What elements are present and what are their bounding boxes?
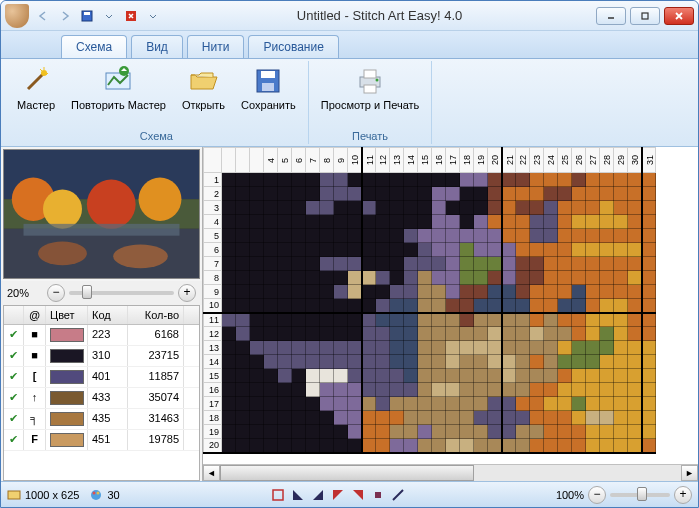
table-row[interactable]: ✔╕43531463 bbox=[4, 409, 199, 430]
scroll-right-button[interactable]: ► bbox=[681, 465, 698, 481]
stitch-tools bbox=[270, 487, 406, 503]
col-symbol[interactable]: @ bbox=[24, 306, 46, 324]
minimize-button[interactable] bbox=[596, 7, 626, 25]
status-zoom-in[interactable]: + bbox=[674, 486, 692, 504]
status-dimensions: 1000 x 625 bbox=[7, 488, 79, 502]
col-color[interactable]: Цвет bbox=[46, 306, 88, 324]
backstitch-tool[interactable] bbox=[390, 487, 406, 503]
table-row[interactable]: ✔↑43335074 bbox=[4, 388, 199, 409]
svg-rect-26 bbox=[8, 491, 20, 499]
window-controls bbox=[596, 7, 694, 25]
qat-more[interactable] bbox=[143, 6, 163, 26]
table-row[interactable]: ✔■2236168 bbox=[4, 325, 199, 346]
save-button[interactable] bbox=[77, 6, 97, 26]
svg-rect-30 bbox=[273, 490, 283, 500]
col-check[interactable] bbox=[4, 306, 24, 324]
status-zoom-out[interactable]: − bbox=[588, 486, 606, 504]
save-button-ribbon[interactable]: Сохранить bbox=[235, 63, 302, 114]
full-stitch-tool[interactable] bbox=[270, 487, 286, 503]
wand-icon bbox=[20, 65, 52, 97]
svg-rect-18 bbox=[4, 229, 199, 278]
group-label-print: Печать bbox=[315, 129, 426, 142]
pattern-grid[interactable]: 4567891011121314151617181920212223242526… bbox=[203, 147, 656, 454]
wizard-label: Мастер bbox=[17, 99, 55, 112]
svg-point-20 bbox=[43, 189, 82, 228]
svg-rect-23 bbox=[24, 224, 180, 236]
maximize-button[interactable] bbox=[630, 7, 660, 25]
open-label: Открыть bbox=[182, 99, 225, 112]
pattern-area: 4567891011121314151617181920212223242526… bbox=[203, 147, 698, 481]
horizontal-scrollbar[interactable]: ◄ ► bbox=[203, 464, 698, 481]
ribbon-tabs: Схема Вид Нити Рисование bbox=[1, 31, 698, 59]
app-window: Untitled - Stitch Art Easy! 4.0 Схема Ви… bbox=[0, 0, 699, 508]
zoom-slider[interactable] bbox=[69, 291, 174, 295]
undo-button[interactable] bbox=[33, 6, 53, 26]
tab-scheme[interactable]: Схема bbox=[61, 35, 127, 58]
svg-rect-11 bbox=[262, 83, 274, 91]
status-zoom-slider[interactable] bbox=[610, 493, 670, 497]
petite-stitch-tool[interactable] bbox=[370, 487, 386, 503]
group-label-scheme: Схема bbox=[11, 129, 302, 142]
tab-threads[interactable]: Нити bbox=[187, 35, 245, 58]
save-label: Сохранить bbox=[241, 99, 296, 112]
table-row[interactable]: ✔[40111857 bbox=[4, 367, 199, 388]
scroll-left-button[interactable]: ◄ bbox=[203, 465, 220, 481]
svg-rect-13 bbox=[364, 70, 376, 78]
svg-rect-1 bbox=[84, 12, 90, 15]
printer-icon bbox=[354, 65, 386, 97]
content-area: 20% − + @ Цвет Код Кол-во ✔■2236168✔■310… bbox=[1, 147, 698, 481]
app-icon bbox=[5, 4, 29, 28]
svg-point-28 bbox=[93, 491, 96, 494]
floppy-icon bbox=[252, 65, 284, 97]
palette-icon bbox=[89, 488, 103, 502]
preview-pane[interactable] bbox=[3, 149, 200, 279]
svg-point-15 bbox=[376, 79, 379, 82]
half-stitch-2-tool[interactable] bbox=[310, 487, 326, 503]
svg-rect-4 bbox=[642, 13, 648, 19]
exit-button[interactable] bbox=[121, 6, 141, 26]
svg-point-24 bbox=[38, 242, 87, 266]
redo-button[interactable] bbox=[55, 6, 75, 26]
zoom-in-button[interactable]: + bbox=[178, 284, 196, 302]
close-button[interactable] bbox=[664, 7, 694, 25]
svg-line-32 bbox=[393, 490, 403, 500]
svg-rect-31 bbox=[375, 492, 381, 498]
col-qty[interactable]: Кол-во bbox=[128, 306, 184, 324]
status-zoom: 100% − + bbox=[556, 486, 692, 504]
ribbon-group-scheme: Мастер Повторить Мастер Открыть Сохранит… bbox=[5, 61, 309, 144]
dimensions-icon bbox=[7, 488, 21, 502]
svg-point-27 bbox=[91, 490, 101, 500]
repeat-wizard-button[interactable]: Повторить Мастер bbox=[65, 63, 172, 114]
quarter-stitch-1-tool[interactable] bbox=[330, 487, 346, 503]
color-table-header: @ Цвет Код Кол-во bbox=[4, 306, 199, 325]
preview-zoom-bar: 20% − + bbox=[1, 281, 202, 305]
pattern-scroll[interactable]: 4567891011121314151617181920212223242526… bbox=[203, 147, 698, 464]
color-table: @ Цвет Код Кол-во ✔■2236168✔■31023715✔[4… bbox=[3, 305, 200, 481]
titlebar: Untitled - Stitch Art Easy! 4.0 bbox=[1, 1, 698, 31]
table-row[interactable]: ✔F45119785 bbox=[4, 430, 199, 451]
quick-access-toolbar bbox=[33, 6, 163, 26]
svg-rect-10 bbox=[261, 71, 275, 78]
quarter-stitch-2-tool[interactable] bbox=[350, 487, 366, 503]
half-stitch-1-tool[interactable] bbox=[290, 487, 306, 503]
wizard-button[interactable]: Мастер bbox=[11, 63, 61, 114]
folder-open-icon bbox=[187, 65, 219, 97]
preview-image bbox=[4, 150, 199, 278]
table-row[interactable]: ✔■31023715 bbox=[4, 346, 199, 367]
svg-line-5 bbox=[28, 73, 44, 89]
open-button[interactable]: Открыть bbox=[176, 63, 231, 114]
print-label: Просмотр и Печать bbox=[321, 99, 420, 112]
col-code[interactable]: Код bbox=[88, 306, 128, 324]
tab-view[interactable]: Вид bbox=[131, 35, 183, 58]
svg-rect-14 bbox=[364, 85, 376, 93]
refresh-image-icon bbox=[102, 65, 134, 97]
ribbon: Мастер Повторить Мастер Открыть Сохранит… bbox=[1, 59, 698, 147]
print-preview-button[interactable]: Просмотр и Печать bbox=[315, 63, 426, 114]
svg-point-21 bbox=[87, 180, 136, 229]
zoom-out-button[interactable]: − bbox=[47, 284, 65, 302]
svg-point-25 bbox=[113, 245, 168, 269]
left-panel: 20% − + @ Цвет Код Кол-во ✔■2236168✔■310… bbox=[1, 147, 203, 481]
qat-dropdown[interactable] bbox=[99, 6, 119, 26]
tab-drawing[interactable]: Рисование bbox=[248, 35, 338, 58]
preview-zoom-value: 20% bbox=[7, 287, 43, 299]
